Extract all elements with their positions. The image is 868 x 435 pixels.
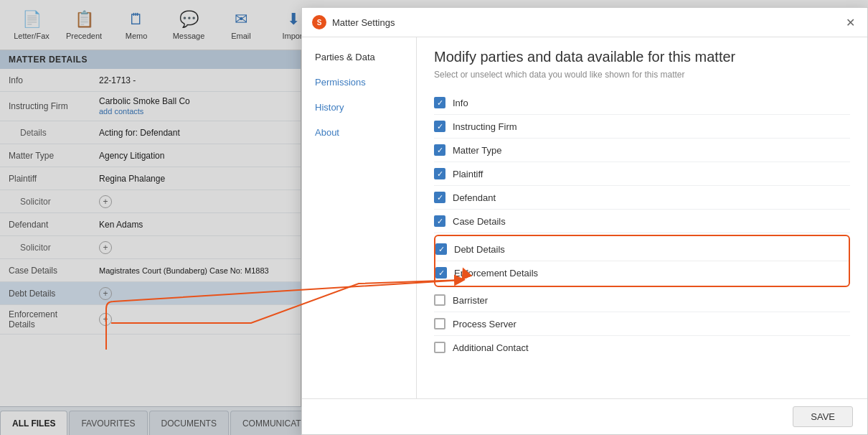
modal-title-text: Matter Settings [332,17,837,28]
checkbox-label-info: Info [453,98,468,108]
checkbox-plaintiff[interactable]: ✓ [434,168,445,179]
checkbox-label-matter-type: Matter Type [453,145,501,156]
checkbox-case-details[interactable]: ✓ [434,215,445,227]
modal-content-title: Modify parties and data available for th… [434,49,850,65]
modal-titlebar: S Matter Settings ✕ [302,8,867,37]
modal-sidebar: Parties & Data Permissions History About [302,37,417,398]
checkbox-row-additional-contact: Additional Contact [434,336,850,359]
save-button[interactable]: SAVE [793,406,853,427]
checkbox-label-process-server: Process Server [453,319,516,329]
checkbox-label-additional-contact: Additional Contact [453,342,529,353]
checkbox-row-process-server: Process Server [434,312,850,336]
checkbox-additional-contact[interactable] [434,342,445,353]
modal-nav-permissions[interactable]: Permissions [302,70,416,95]
checkbox-barrister[interactable] [434,294,445,306]
checkbox-matter-type[interactable]: ✓ [434,144,445,156]
modal-body: Parties & Data Permissions History About… [302,37,867,398]
modal-nav-about[interactable]: About [302,120,416,145]
checkbox-row-barrister: Barrister [434,289,850,312]
checkbox-row-defendant: ✓ Defendant [434,186,850,210]
checkbox-label-case-details: Case Details [453,216,506,227]
modal-logo: S [312,15,326,29]
checkbox-row-case-details: ✓ Case Details [434,210,850,233]
checkbox-list: ✓ Info ✓ Instructing Firm ✓ Matter Type … [434,91,850,359]
modal-nav-parties-data[interactable]: Parties & Data [302,45,416,70]
checkbox-enforcement-details[interactable]: ✓ [435,267,447,279]
checkbox-info[interactable]: ✓ [434,97,445,108]
highlighted-group: ✓ Debt Details ✓ Enforcement Details [434,235,850,287]
checkbox-row-debt-details: ✓ Debt Details [435,238,849,261]
checkbox-instructing-firm[interactable]: ✓ [434,121,445,132]
checkbox-row-matter-type: ✓ Matter Type [434,139,850,162]
checkbox-process-server[interactable] [434,318,445,329]
checkbox-debt-details[interactable]: ✓ [435,243,447,255]
checkbox-label-barrister: Barrister [453,295,488,306]
checkbox-row-info: ✓ Info [434,91,850,115]
checkbox-label-instructing-firm: Instructing Firm [453,121,517,132]
checkbox-row-instructing-firm: ✓ Instructing Firm [434,115,850,139]
checkbox-label-enforcement-details: Enforcement Details [454,268,538,279]
matter-settings-modal: S Matter Settings ✕ Parties & Data Permi… [301,7,868,435]
checkbox-row-plaintiff: ✓ Plaintiff [434,162,850,186]
modal-content-subtitle: Select or unselect which data you would … [434,70,850,80]
checkbox-row-enforcement-details: ✓ Enforcement Details [435,261,849,284]
checkbox-label-debt-details: Debt Details [454,244,505,255]
modal-content: Modify parties and data available for th… [417,37,867,398]
modal-logo-text: S [317,19,322,27]
checkbox-label-defendant: Defendant [453,192,496,203]
checkbox-defendant[interactable]: ✓ [434,192,445,203]
modal-nav-history[interactable]: History [302,95,416,120]
checkbox-label-plaintiff: Plaintiff [453,169,483,179]
modal-footer: SAVE [302,398,867,434]
modal-close-button[interactable]: ✕ [843,15,857,29]
